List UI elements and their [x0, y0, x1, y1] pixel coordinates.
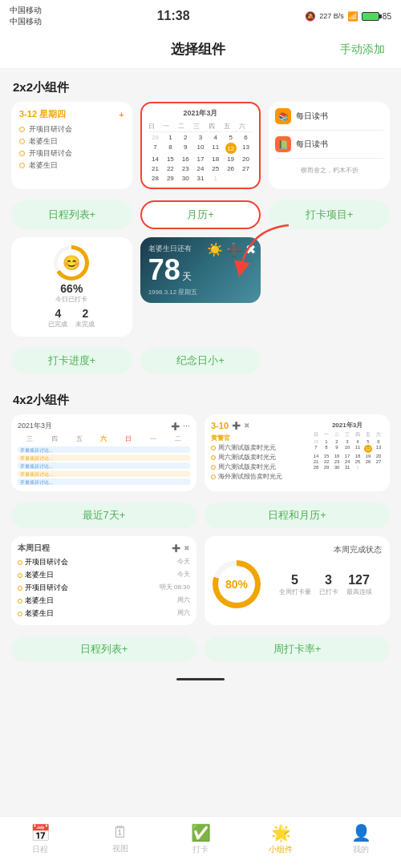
dot4 — [211, 474, 216, 479]
weekly-event-1: 开展项目讨论... — [18, 446, 190, 453]
sched-category: 黄警官 — [211, 434, 308, 442]
calendar-widget[interactable]: 2021年3月 日 一 二 三 四 五 六 28 1 2 3 4 5 6 7 — [140, 102, 261, 189]
widget-button-row1: 日程列表+ 月历+ 打卡项目+ — [0, 197, 401, 237]
view-nav-label: 视图 — [112, 843, 128, 854]
weekly-days-header: 三 四 五 六 日 — 二 — [18, 434, 190, 443]
calendar-add-button[interactable]: 月历+ — [140, 200, 261, 229]
weekly-event-5: 开展项目讨论... — [18, 478, 190, 485]
reading-item-2: 📗 每日读书 — [275, 136, 383, 152]
cal-3: 3 — [193, 133, 208, 142]
signal-text: 227 B/s — [319, 12, 344, 20]
cal-header-mon: 一 — [163, 121, 177, 132]
sched-list-plus-icon[interactable]: ➕ — [172, 544, 180, 552]
remaining-count: 2 未完成 — [75, 307, 95, 329]
weekly-rate-add-button[interactable]: 周打卡率+ — [205, 636, 390, 662]
battery-icon — [362, 12, 379, 21]
weekly-view-widget: 2021年3月 ➕ ⋯ 三 四 五 六 日 — 二 开展项目讨论... 开展项目… — [11, 414, 196, 491]
progress-emoji: 😊 — [63, 254, 80, 272]
cal-header-fri: 五 — [224, 121, 238, 132]
status-time: 11:38 — [157, 9, 190, 23]
sched-list-row-1: 开项目研讨会 今天 — [18, 557, 190, 567]
reading-icon-1: 📚 — [275, 108, 291, 124]
schedule-calendar-add-button[interactable]: 日程和月历+ — [205, 503, 390, 528]
page-title: 选择组件 — [56, 40, 340, 59]
cal-19: 19 — [224, 155, 238, 164]
dot-icon-4 — [19, 163, 25, 168]
status-icons: 🔕 227 B/s 📶 85 — [305, 11, 391, 22]
cal-13: 13 — [239, 143, 253, 154]
ellipsis-ctrl-icon[interactable]: ⋯ — [183, 422, 190, 430]
checkin-nav-icon: ✅ — [191, 823, 211, 842]
dot3 — [211, 465, 216, 470]
plus-ctrl-icon[interactable]: ➕ — [171, 422, 180, 430]
cal-18: 18 — [209, 155, 223, 164]
widget-button-4x2-row2: 日程列表+ 周打卡率+ — [0, 633, 401, 670]
sched-cal-date: 3-10 — [211, 421, 229, 430]
sched-item-3: 周六测试版卖时光元 — [211, 463, 308, 471]
reading-divider — [275, 130, 383, 131]
wday-blank2: 二 — [166, 434, 190, 443]
schedule-list-add-button[interactable]: 日程列表+ — [11, 200, 132, 229]
cal-28-prev: 28 — [148, 133, 163, 142]
sched-list-items: 开项目研讨会 今天 老婆生日 今天 开项目研讨会 明天 0 — [18, 557, 190, 619]
rate-circle-container: 80% 5 全周打卡量 3 已打卡 127 最高连续 — [213, 560, 382, 608]
cal-header-sat: 六 — [239, 121, 253, 132]
calendar-grid: 日 一 二 三 四 五 六 28 1 2 3 4 5 6 7 8 9 10 — [148, 121, 253, 183]
anniv-days: 78 — [148, 256, 180, 285]
cal-9: 9 — [178, 143, 192, 154]
wifi-icon: 📶 — [347, 11, 358, 22]
nav-item-checkin[interactable]: ✅ 打卡 — [176, 823, 225, 855]
wday-sun: 日 — [116, 434, 140, 443]
widget-button-4x2-row1: 最近7天+ 日程和月历+ — [0, 499, 401, 536]
sched-list-row-4: 老婆生日 周六 — [18, 595, 190, 606]
cal-1-next: 1 — [209, 174, 223, 183]
checkin-items-add-button[interactable]: 打卡项目+ — [269, 200, 390, 229]
widget-button-row2: 打卡进度+ 纪念日小+ — [0, 345, 401, 382]
weekly-event-3: 开展项目讨论... — [18, 462, 190, 469]
widget-grid-4x2-row2: 本周日程 ➕ ✖ 开项目研讨会 今天 老婆生日 — [0, 536, 401, 633]
sched-list-x-icon[interactable]: ✖ — [184, 544, 190, 552]
manual-add-button[interactable]: 手动添加 — [340, 42, 385, 57]
cal-header-sun: 日 — [148, 121, 163, 132]
nav-item-widget[interactable]: 🌟 小组件 — [257, 823, 305, 855]
cal-empty1 — [224, 174, 238, 183]
progress-label: 今日已打卡 — [55, 295, 87, 304]
cal-14: 14 — [148, 155, 163, 164]
sched-cal-left: 3-10 ➕ ✖ 黄警官 周六测试版卖时光元 周六测试版卖时光元 — [211, 421, 311, 481]
cal-6: 6 — [239, 133, 253, 142]
sched-list-header: 本周日程 ➕ ✖ — [18, 543, 190, 554]
schedule-item-4: 老婆生日 — [19, 160, 124, 171]
widget-grid-row2: 😊 66% 今日已打卡 4 已完成 2 未完成 ☀️ ➕ — [0, 237, 401, 345]
schedule-list2-add-button[interactable]: 日程列表+ — [11, 636, 196, 662]
rate-circle: 80% — [213, 560, 261, 608]
wday-wed: 三 — [18, 434, 42, 443]
sched-cal-right: 2021年3月 日 一 二 三 四 五 六 28 1 2 3 4 — [311, 421, 383, 481]
mine-nav-icon: 👤 — [351, 823, 371, 842]
mine-nav-label: 我的 — [353, 844, 369, 855]
bell-icon: 🔕 — [305, 11, 316, 22]
dot2 — [211, 455, 216, 460]
cal-empty2 — [239, 174, 253, 183]
schedule-item-1: 开项目研讨会 — [19, 124, 124, 135]
cal-16: 16 — [178, 155, 192, 164]
cal-header-tue: 二 — [178, 121, 192, 132]
cal-17: 17 — [193, 155, 208, 164]
section-4x2-title: 4x2小组件 — [0, 382, 401, 414]
nav-item-schedule[interactable]: 📅 日程 — [16, 823, 64, 855]
nav-item-view[interactable]: 🗓 视图 — [96, 823, 144, 855]
anniversary-add-button[interactable]: 纪念日小+ — [140, 348, 261, 373]
checkin-nav-label: 打卡 — [192, 844, 209, 855]
bottom-nav: 📅 日程 🗓 视图 ✅ 打卡 🌟 小组件 👤 我的 — [0, 816, 401, 868]
weekly-rate-widget: 本周完成状态 80% 5 全周打卡量 3 已打卡 — [205, 536, 390, 625]
cal-7: 7 — [148, 143, 163, 154]
recent7days-add-button[interactable]: 最近7天+ — [11, 503, 196, 528]
plus-icon: ➕ — [226, 242, 242, 257]
sched-item-1: 周六测试版卖时光元 — [211, 444, 308, 452]
nav-item-mine[interactable]: 👤 我的 — [337, 823, 385, 855]
widget-nav-label: 小组件 — [269, 844, 293, 855]
reading-widget: 📚 每日读书 📗 每日读书 锲而舍之，朽木不折 — [269, 102, 390, 189]
cal-25: 25 — [209, 164, 223, 173]
cal-23: 23 — [178, 164, 192, 173]
checkin-progress-add-button[interactable]: 打卡进度+ — [11, 348, 132, 373]
empty-slot — [269, 237, 390, 337]
